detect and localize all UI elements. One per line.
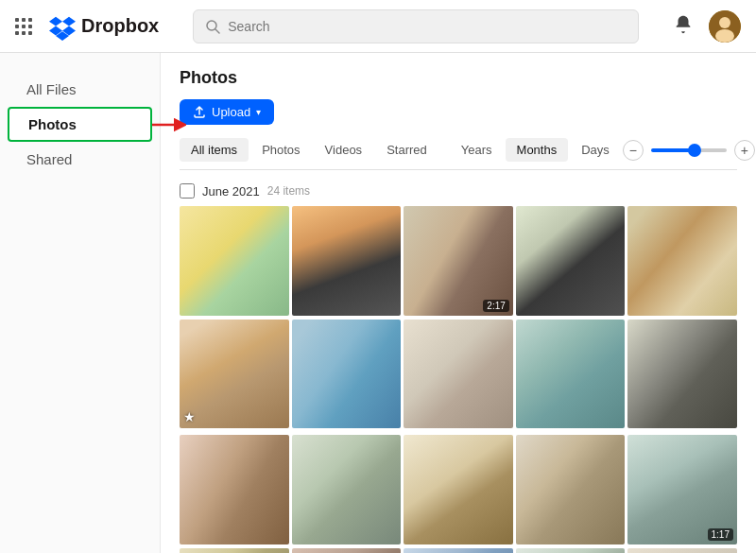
- photo-cell[interactable]: [627, 206, 737, 316]
- page-title: Photos: [180, 68, 737, 88]
- photo-cell[interactable]: [404, 320, 513, 429]
- photo-grid-row-1: 2:17: [180, 206, 737, 316]
- photo-grid-row-3: 1:17: [180, 435, 737, 544]
- tab-videos[interactable]: Videos: [314, 138, 374, 162]
- photo-cell[interactable]: [292, 206, 402, 316]
- upload-chevron-icon: ▾: [256, 107, 261, 117]
- zoom-in-button[interactable]: +: [734, 140, 755, 161]
- upload-label: Upload: [212, 105, 250, 119]
- photo-cell[interactable]: [516, 435, 626, 544]
- tab-all-items[interactable]: All items: [180, 138, 249, 162]
- photo-cell[interactable]: ★: [180, 320, 289, 429]
- sidebar: All Files Photos Shared: [0, 53, 161, 553]
- upload-button[interactable]: Upload ▾: [180, 99, 274, 125]
- section-count: 24 items: [267, 184, 310, 198]
- photo-cell[interactable]: [180, 206, 289, 316]
- upload-icon: [193, 106, 206, 119]
- zoom-slider[interactable]: [651, 148, 727, 152]
- zoom-out-button[interactable]: −: [623, 140, 644, 161]
- photo-cell[interactable]: [180, 548, 289, 553]
- sidebar-item-all-files[interactable]: All Files: [8, 74, 152, 105]
- photo-grid-row-2: ★: [180, 320, 737, 429]
- tab-starred[interactable]: Starred: [375, 138, 438, 162]
- section-title: June 2021: [202, 184, 260, 199]
- tab-years[interactable]: Years: [450, 138, 504, 162]
- arrow-annotation: [150, 115, 186, 134]
- photo-cell[interactable]: [404, 548, 513, 553]
- topnav: Dropbox: [0, 0, 756, 53]
- photo-cell[interactable]: [627, 320, 737, 429]
- photo-cell[interactable]: [292, 320, 402, 429]
- photo-cell[interactable]: [516, 206, 626, 316]
- filter-tabs: All items Photos Videos Starred Years Mo…: [180, 138, 737, 170]
- grid-menu-icon[interactable]: [15, 18, 32, 35]
- photo-cell[interactable]: [404, 435, 513, 544]
- star-badge: ★: [183, 409, 196, 424]
- layout: All Files Photos Shared Photos: [0, 53, 756, 553]
- video-duration-badge: 2:17: [483, 300, 508, 312]
- svg-point-3: [719, 17, 730, 28]
- photo-cell[interactable]: [516, 548, 626, 553]
- topnav-icons: [673, 10, 741, 43]
- sidebar-item-shared[interactable]: Shared: [8, 144, 152, 175]
- photo-cell[interactable]: [627, 548, 737, 553]
- photo-cell[interactable]: 2:17: [404, 206, 513, 316]
- photo-cell[interactable]: [292, 435, 402, 544]
- section-header: June 2021 24 items: [180, 183, 737, 199]
- search-bar[interactable]: [193, 9, 639, 43]
- zoom-controls: − +: [623, 140, 755, 161]
- notifications-icon[interactable]: [673, 14, 694, 39]
- photo-cell[interactable]: [516, 320, 626, 429]
- dropbox-logo: Dropbox: [49, 14, 159, 39]
- photo-cell[interactable]: [292, 548, 402, 553]
- photo-cell[interactable]: 1:17: [627, 435, 737, 544]
- svg-line-1: [215, 29, 219, 33]
- tab-days[interactable]: Days: [570, 138, 621, 162]
- tab-photos[interactable]: Photos: [250, 138, 311, 162]
- user-avatar[interactable]: [709, 10, 741, 43]
- video-duration-badge: 1:17: [708, 528, 733, 541]
- sidebar-item-photos[interactable]: Photos: [8, 107, 152, 142]
- photo-cell[interactable]: [180, 435, 289, 544]
- search-input[interactable]: [228, 19, 627, 34]
- app-name: Dropbox: [81, 15, 159, 37]
- section-select-all[interactable]: [180, 183, 195, 199]
- svg-point-4: [715, 29, 734, 43]
- tab-months[interactable]: Months: [506, 138, 569, 162]
- main-content: Photos Upload ▾ All items Photos Videos …: [161, 53, 756, 553]
- search-icon: [205, 19, 220, 34]
- photo-grid-row-4: [180, 548, 737, 553]
